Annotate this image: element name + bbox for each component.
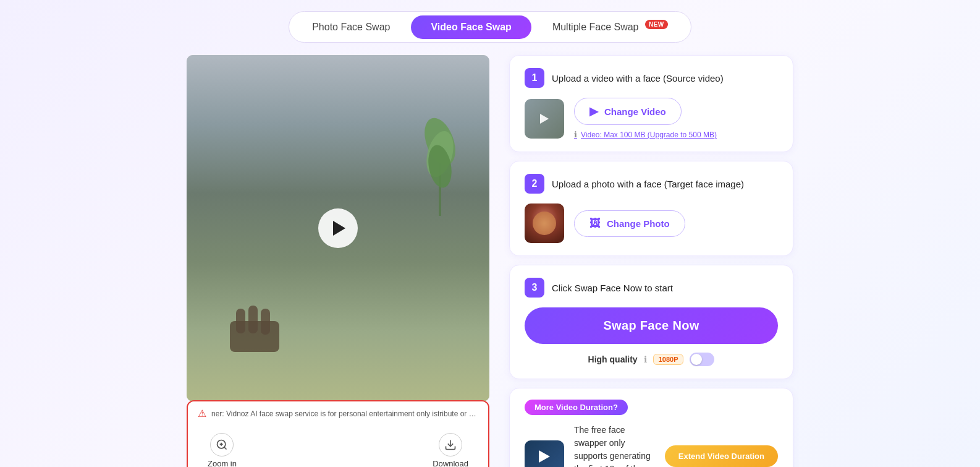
video-controls-area: ⚠ ner: Vidnoz AI face swap service is fo…	[187, 400, 489, 467]
svg-rect-6	[248, 306, 258, 333]
video-wrapper	[187, 55, 489, 401]
quality-toggle[interactable]	[690, 353, 714, 366]
swap-face-now-button[interactable]: Swap Face Now	[525, 307, 778, 344]
step2-content: 🖼 Change Photo	[525, 204, 778, 243]
main-layout: ⚠ ner: Vidnoz AI face swap service is fo…	[0, 49, 980, 467]
new-badge: NEW	[645, 20, 668, 29]
tab-multiple[interactable]: Multiple Face Swap NEW	[533, 15, 688, 39]
photo-thumb-bg	[525, 204, 564, 243]
quality-badge: 1080P	[653, 354, 684, 365]
video-panel: ⚠ ner: Vidnoz AI face swap service is fo…	[187, 55, 489, 467]
toggle-knob	[691, 354, 702, 365]
tab-bar: Photo Face Swap Video Face Swap Multiple…	[0, 0, 980, 49]
quality-info-icon: ℹ	[644, 354, 647, 364]
duration-text: The free face swapper only supports gene…	[574, 424, 655, 467]
quality-row: High quality ℹ 1080P	[525, 353, 778, 366]
thumb-play-icon	[540, 114, 549, 124]
change-photo-label: Change Photo	[607, 218, 670, 229]
svg-rect-5	[236, 309, 245, 333]
svg-line-9	[224, 447, 227, 450]
quality-label: High quality	[588, 354, 638, 364]
duration-content: The free face swapper only supports gene…	[525, 424, 778, 467]
video-size-text: Video: Max 100 MB (Upgrade to 500 MB)	[581, 131, 717, 139]
step1-title: Upload a video with a face (Source video…	[552, 73, 724, 84]
tab-container: Photo Face Swap Video Face Swap Multiple…	[289, 11, 691, 43]
play-icon	[333, 221, 345, 236]
step2-title: Upload a photo with a face (Target face …	[552, 179, 744, 189]
video-play-icon	[539, 450, 550, 463]
info-icon: ℹ	[574, 130, 577, 139]
step3-number: 3	[525, 278, 544, 298]
disclaimer-text: ner: Vidnoz AI face swap service is for …	[211, 409, 478, 418]
zoom-in-label: Zoom in	[208, 459, 237, 467]
step1-content: ▶ Change Video ℹ Video: Max 100 MB (Upgr…	[525, 98, 778, 139]
disclaimer-icon: ⚠	[198, 408, 206, 419]
download-label: Download	[433, 459, 468, 467]
video-icon-box	[525, 440, 564, 467]
plant-decoration	[415, 92, 465, 216]
video-thumb-bg	[525, 99, 564, 139]
change-photo-button[interactable]: 🖼 Change Photo	[574, 210, 685, 237]
controls-row: Zoom in Download	[188, 426, 488, 467]
video-size-info[interactable]: ℹ Video: Max 100 MB (Upgrade to 500 MB)	[574, 130, 778, 139]
tab-multiple-label: Multiple Face Swap	[552, 22, 639, 32]
face-illustration	[533, 212, 556, 235]
step1-card: 1 Upload a video with a face (Source vid…	[509, 55, 793, 152]
photo-btn-icon: 🖼	[589, 217, 601, 230]
duration-card: More Video Duration? The free face swapp…	[509, 388, 793, 467]
step2-header: 2 Upload a photo with a face (Target fac…	[525, 174, 778, 194]
step3-title: Click Swap Face Now to start	[552, 283, 673, 293]
video-btn-icon: ▶	[589, 105, 598, 118]
video-play-button[interactable]	[318, 208, 358, 248]
extend-video-button[interactable]: Extend Video Duration	[665, 445, 778, 467]
zoom-in-button[interactable]: Zoom in	[208, 433, 237, 467]
right-panel: 1 Upload a video with a face (Source vid…	[509, 55, 793, 467]
duration-badge: More Video Duration?	[525, 400, 628, 415]
svg-rect-7	[261, 309, 270, 335]
tab-photo[interactable]: Photo Face Swap	[292, 15, 410, 39]
video-thumbnail	[525, 99, 564, 139]
disclaimer-bar: ⚠ ner: Vidnoz AI face swap service is fo…	[188, 401, 488, 426]
change-video-button[interactable]: ▶ Change Video	[574, 98, 682, 125]
step3-header: 3 Click Swap Face Now to start	[525, 278, 778, 298]
download-icon	[439, 433, 462, 456]
step1-actions: ▶ Change Video ℹ Video: Max 100 MB (Upgr…	[574, 98, 778, 139]
change-video-label: Change Video	[604, 106, 666, 117]
step2-card: 2 Upload a photo with a face (Target fac…	[509, 161, 793, 256]
tab-video[interactable]: Video Face Swap	[411, 15, 531, 39]
step1-number: 1	[525, 68, 544, 88]
photo-thumbnail	[525, 204, 564, 243]
hand-decoration	[224, 302, 298, 364]
zoom-icon	[210, 433, 234, 456]
step3-card: 3 Click Swap Face Now to start Swap Face…	[509, 265, 793, 379]
step1-header: 1 Upload a video with a face (Source vid…	[525, 68, 778, 88]
step2-number: 2	[525, 174, 544, 194]
download-button[interactable]: Download	[433, 433, 468, 467]
